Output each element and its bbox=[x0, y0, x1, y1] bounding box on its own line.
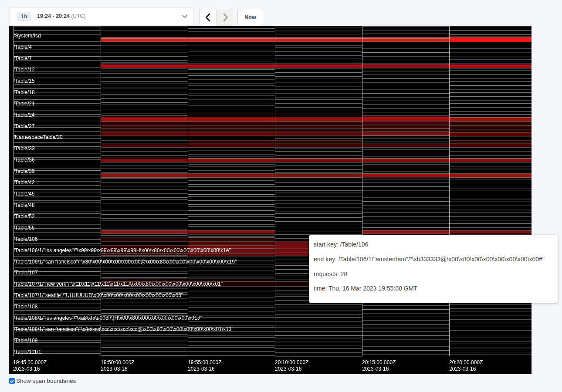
svg-text:/Table/55: /Table/55 bbox=[14, 225, 35, 231]
svg-text:/Table/24: /Table/24 bbox=[14, 112, 35, 118]
svg-text:/Table/109: /Table/109 bbox=[14, 338, 38, 344]
svg-text:/Table/42: /Table/42 bbox=[14, 179, 35, 186]
svg-text:/System/tsd: /System/tsd bbox=[14, 33, 41, 39]
svg-text:/NamespaceTable/30: /NamespaceTable/30 bbox=[14, 134, 63, 140]
svg-text:/Table/4: /Table/4 bbox=[14, 44, 32, 50]
svg-text:19:55:00.000Z: 19:55:00.000Z bbox=[188, 359, 221, 365]
svg-text:/Table/107/1/"seattle"/"UUUUUU: /Table/107/1/"seattle"/"UUUUUUD\x00\x80\… bbox=[14, 292, 183, 298]
svg-text:/Table/48: /Table/48 bbox=[14, 202, 35, 208]
svg-text:/Table/106/1/"san francisco"/": /Table/106/1/"san francisco"/"\x80\x00\x… bbox=[14, 259, 237, 265]
svg-text:/Table/33: /Table/33 bbox=[14, 145, 35, 152]
svg-text:/Table/107: /Table/107 bbox=[14, 270, 38, 276]
svg-text:/Table/108/1/"san francisco"/": /Table/108/1/"san francisco"/"\x8c\xcc\x… bbox=[14, 326, 234, 332]
svg-text:20:15:00.000Z: 20:15:00.000Z bbox=[362, 359, 396, 365]
svg-text:/Table/106/1/"los angeles"/"\x: /Table/106/1/"los angeles"/"\x99\x99\x99… bbox=[14, 247, 231, 253]
svg-text:/Table/52: /Table/52 bbox=[14, 213, 35, 220]
svg-text:/Table/27: /Table/27 bbox=[14, 123, 35, 129]
svg-text:/Table/111/1: /Table/111/1 bbox=[14, 349, 41, 355]
svg-text:19:45:00.000Z: 19:45:00.000Z bbox=[13, 359, 47, 365]
svg-text:/Table/108/1/"los angeles"/"\x: /Table/108/1/"los angeles"/"\xa8\xf5\u00… bbox=[14, 315, 202, 321]
svg-text:2023-03-16: 2023-03-16 bbox=[362, 366, 389, 372]
svg-text:/Table/7: /Table/7 bbox=[14, 55, 32, 61]
svg-text:/Table/106: /Table/106 bbox=[14, 236, 38, 242]
svg-text:/Table/39: /Table/39 bbox=[14, 168, 35, 174]
svg-text:2023-03-16: 2023-03-16 bbox=[188, 366, 215, 372]
svg-text:20:10:00.000Z: 20:10:00.000Z bbox=[275, 359, 308, 365]
svg-text:/Table/15: /Table/15 bbox=[14, 78, 35, 84]
svg-text:/Table/108: /Table/108 bbox=[14, 304, 38, 310]
svg-text:2023-03-16: 2023-03-16 bbox=[13, 366, 40, 372]
svg-text:/Table/107/1/"new york"/"\x11\: /Table/107/1/"new york"/"\x11\x11\x11\x1… bbox=[14, 281, 223, 287]
svg-text:/Table/12: /Table/12 bbox=[14, 67, 35, 73]
svg-text:2023-03-16: 2023-03-16 bbox=[449, 366, 476, 372]
svg-text:/Table/45: /Table/45 bbox=[14, 191, 35, 197]
svg-text:/Table/36: /Table/36 bbox=[14, 157, 35, 163]
svg-text:19:50:00.000Z: 19:50:00.000Z bbox=[101, 359, 134, 365]
svg-text:2023-03-16: 2023-03-16 bbox=[275, 366, 302, 372]
svg-text:20:20:00.000Z: 20:20:00.000Z bbox=[449, 359, 483, 365]
svg-text:/Table/21: /Table/21 bbox=[14, 101, 35, 107]
svg-text:2023-03-16: 2023-03-16 bbox=[101, 366, 128, 372]
svg-text:/Table/18: /Table/18 bbox=[14, 89, 35, 95]
